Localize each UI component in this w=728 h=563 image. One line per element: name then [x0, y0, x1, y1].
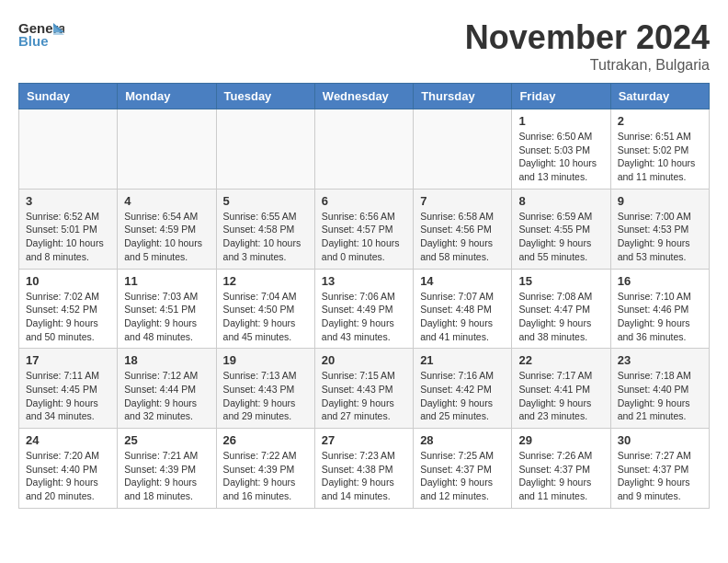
- day-info: Sunrise: 7:21 AM Sunset: 4:39 PM Dayligh…: [124, 449, 209, 503]
- day-info: Sunrise: 6:54 AM Sunset: 4:59 PM Dayligh…: [124, 210, 209, 264]
- day-number: 27: [322, 433, 406, 447]
- day-info: Sunrise: 7:10 AM Sunset: 4:46 PM Dayligh…: [618, 290, 702, 344]
- day-number: 15: [518, 274, 603, 288]
- calendar-cell: 26Sunrise: 7:22 AM Sunset: 4:39 PM Dayli…: [216, 429, 314, 509]
- day-of-week-header: Sunday: [19, 84, 118, 109]
- day-info: Sunrise: 7:11 AM Sunset: 4:45 PM Dayligh…: [26, 369, 110, 423]
- month-title: November 2024: [465, 18, 710, 57]
- calendar-week-row: 17Sunrise: 7:11 AM Sunset: 4:45 PM Dayli…: [19, 349, 710, 429]
- calendar-cell: 22Sunrise: 7:17 AM Sunset: 4:41 PM Dayli…: [512, 349, 610, 429]
- calendar-cell: [414, 109, 512, 190]
- day-number: 11: [124, 274, 209, 288]
- calendar-cell: 25Sunrise: 7:21 AM Sunset: 4:39 PM Dayli…: [118, 429, 216, 509]
- day-number: 17: [26, 353, 110, 367]
- day-number: 19: [223, 353, 308, 367]
- day-number: 21: [420, 353, 505, 367]
- day-info: Sunrise: 7:00 AM Sunset: 4:53 PM Dayligh…: [618, 210, 702, 264]
- day-number: 26: [223, 433, 308, 447]
- day-number: 20: [322, 353, 406, 367]
- calendar: SundayMondayTuesdayWednesdayThursdayFrid…: [18, 83, 710, 509]
- day-of-week-header: Thursday: [414, 84, 512, 109]
- location: Tutrakan, Bulgaria: [465, 57, 710, 74]
- day-info: Sunrise: 7:23 AM Sunset: 4:38 PM Dayligh…: [322, 449, 406, 503]
- day-info: Sunrise: 7:07 AM Sunset: 4:48 PM Dayligh…: [420, 290, 505, 344]
- calendar-week-row: 3Sunrise: 6:52 AM Sunset: 5:01 PM Daylig…: [19, 189, 710, 269]
- calendar-cell: 4Sunrise: 6:54 AM Sunset: 4:59 PM Daylig…: [118, 189, 216, 269]
- day-info: Sunrise: 7:03 AM Sunset: 4:51 PM Dayligh…: [124, 290, 209, 344]
- day-number: 3: [26, 194, 110, 208]
- day-info: Sunrise: 7:06 AM Sunset: 4:49 PM Dayligh…: [322, 290, 406, 344]
- calendar-cell: 20Sunrise: 7:15 AM Sunset: 4:43 PM Dayli…: [314, 349, 413, 429]
- day-info: Sunrise: 6:51 AM Sunset: 5:02 PM Dayligh…: [618, 130, 702, 184]
- calendar-cell: 12Sunrise: 7:04 AM Sunset: 4:50 PM Dayli…: [216, 269, 314, 349]
- day-number: 29: [518, 433, 603, 447]
- day-info: Sunrise: 7:08 AM Sunset: 4:47 PM Dayligh…: [518, 290, 603, 344]
- day-of-week-header: Monday: [118, 84, 216, 109]
- day-number: 16: [618, 274, 702, 288]
- day-number: 9: [618, 194, 702, 208]
- logo: General Blue: [18, 18, 64, 51]
- day-number: 22: [518, 353, 603, 367]
- day-info: Sunrise: 7:16 AM Sunset: 4:42 PM Dayligh…: [420, 369, 505, 423]
- day-number: 25: [124, 433, 209, 447]
- calendar-cell: 21Sunrise: 7:16 AM Sunset: 4:42 PM Dayli…: [414, 349, 512, 429]
- calendar-cell: 14Sunrise: 7:07 AM Sunset: 4:48 PM Dayli…: [414, 269, 512, 349]
- calendar-week-row: 24Sunrise: 7:20 AM Sunset: 4:40 PM Dayli…: [19, 429, 710, 509]
- day-info: Sunrise: 6:50 AM Sunset: 5:03 PM Dayligh…: [518, 130, 603, 184]
- calendar-cell: 7Sunrise: 6:58 AM Sunset: 4:56 PM Daylig…: [414, 189, 512, 269]
- day-number: 14: [420, 274, 505, 288]
- day-info: Sunrise: 7:22 AM Sunset: 4:39 PM Dayligh…: [223, 449, 308, 503]
- day-of-week-header: Friday: [512, 84, 610, 109]
- day-number: 13: [322, 274, 406, 288]
- day-info: Sunrise: 7:04 AM Sunset: 4:50 PM Dayligh…: [223, 290, 308, 344]
- day-info: Sunrise: 6:52 AM Sunset: 5:01 PM Dayligh…: [26, 210, 110, 264]
- day-info: Sunrise: 7:13 AM Sunset: 4:43 PM Dayligh…: [223, 369, 308, 423]
- calendar-cell: 17Sunrise: 7:11 AM Sunset: 4:45 PM Dayli…: [19, 349, 118, 429]
- day-info: Sunrise: 6:56 AM Sunset: 4:57 PM Dayligh…: [322, 210, 406, 264]
- day-number: 24: [26, 433, 110, 447]
- title-block: November 2024 Tutrakan, Bulgaria: [465, 18, 710, 74]
- calendar-cell: 28Sunrise: 7:25 AM Sunset: 4:37 PM Dayli…: [414, 429, 512, 509]
- day-number: 18: [124, 353, 209, 367]
- day-info: Sunrise: 7:17 AM Sunset: 4:41 PM Dayligh…: [518, 369, 603, 423]
- calendar-cell: 2Sunrise: 6:51 AM Sunset: 5:02 PM Daylig…: [610, 109, 709, 190]
- day-number: 7: [420, 194, 505, 208]
- day-number: 5: [223, 194, 308, 208]
- calendar-cell: 19Sunrise: 7:13 AM Sunset: 4:43 PM Dayli…: [216, 349, 314, 429]
- day-number: 2: [618, 114, 702, 128]
- calendar-cell: 1Sunrise: 6:50 AM Sunset: 5:03 PM Daylig…: [512, 109, 610, 190]
- day-info: Sunrise: 7:18 AM Sunset: 4:40 PM Dayligh…: [618, 369, 702, 423]
- calendar-cell: [216, 109, 314, 190]
- day-info: Sunrise: 6:58 AM Sunset: 4:56 PM Dayligh…: [420, 210, 505, 264]
- calendar-week-row: 10Sunrise: 7:02 AM Sunset: 4:52 PM Dayli…: [19, 269, 710, 349]
- page-header: General Blue November 2024 Tutrakan, Bul…: [18, 18, 710, 74]
- logo-icon: General Blue: [18, 18, 64, 51]
- day-info: Sunrise: 7:20 AM Sunset: 4:40 PM Dayligh…: [26, 449, 110, 503]
- calendar-cell: [314, 109, 413, 190]
- day-info: Sunrise: 7:15 AM Sunset: 4:43 PM Dayligh…: [322, 369, 406, 423]
- day-number: 8: [518, 194, 603, 208]
- day-info: Sunrise: 6:55 AM Sunset: 4:58 PM Dayligh…: [223, 210, 308, 264]
- calendar-cell: 18Sunrise: 7:12 AM Sunset: 4:44 PM Dayli…: [118, 349, 216, 429]
- calendar-cell: 6Sunrise: 6:56 AM Sunset: 4:57 PM Daylig…: [314, 189, 413, 269]
- day-number: 12: [223, 274, 308, 288]
- day-info: Sunrise: 7:26 AM Sunset: 4:37 PM Dayligh…: [518, 449, 603, 503]
- day-number: 10: [26, 274, 110, 288]
- calendar-cell: 11Sunrise: 7:03 AM Sunset: 4:51 PM Dayli…: [118, 269, 216, 349]
- calendar-cell: 8Sunrise: 6:59 AM Sunset: 4:55 PM Daylig…: [512, 189, 610, 269]
- calendar-cell: 3Sunrise: 6:52 AM Sunset: 5:01 PM Daylig…: [19, 189, 118, 269]
- calendar-header-row: SundayMondayTuesdayWednesdayThursdayFrid…: [19, 84, 710, 109]
- calendar-cell: 27Sunrise: 7:23 AM Sunset: 4:38 PM Dayli…: [314, 429, 413, 509]
- svg-text:Blue: Blue: [18, 33, 49, 49]
- calendar-cell: 16Sunrise: 7:10 AM Sunset: 4:46 PM Dayli…: [610, 269, 709, 349]
- calendar-cell: [19, 109, 118, 190]
- calendar-cell: 10Sunrise: 7:02 AM Sunset: 4:52 PM Dayli…: [19, 269, 118, 349]
- day-number: 28: [420, 433, 505, 447]
- calendar-cell: 5Sunrise: 6:55 AM Sunset: 4:58 PM Daylig…: [216, 189, 314, 269]
- day-info: Sunrise: 7:02 AM Sunset: 4:52 PM Dayligh…: [26, 290, 110, 344]
- day-number: 23: [618, 353, 702, 367]
- calendar-week-row: 1Sunrise: 6:50 AM Sunset: 5:03 PM Daylig…: [19, 109, 710, 190]
- day-info: Sunrise: 6:59 AM Sunset: 4:55 PM Dayligh…: [518, 210, 603, 264]
- calendar-cell: [118, 109, 216, 190]
- calendar-cell: 24Sunrise: 7:20 AM Sunset: 4:40 PM Dayli…: [19, 429, 118, 509]
